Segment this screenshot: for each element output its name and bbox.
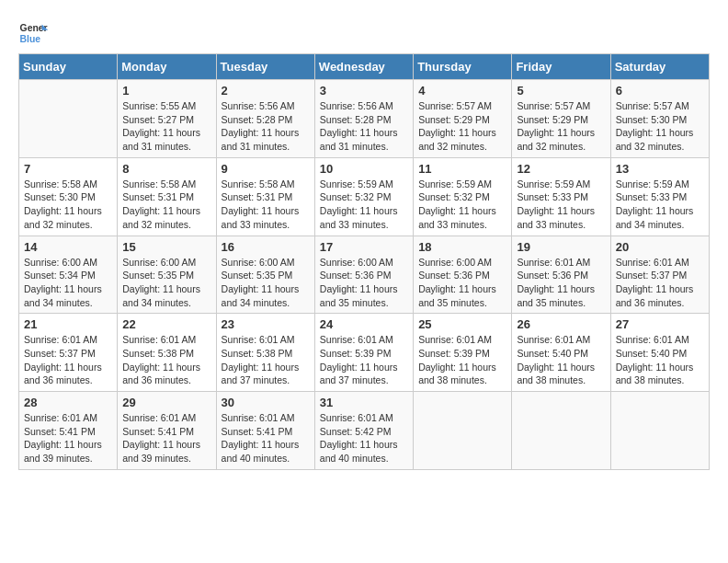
weekday-header-saturday: Saturday	[610, 54, 709, 80]
calendar-cell: 20Sunrise: 6:01 AM Sunset: 5:37 PM Dayli…	[610, 236, 709, 314]
calendar-cell: 1Sunrise: 5:55 AM Sunset: 5:27 PM Daylig…	[118, 80, 216, 158]
day-info: Sunrise: 6:01 AM Sunset: 5:39 PM Dayligh…	[418, 333, 506, 387]
calendar-cell: 28Sunrise: 6:01 AM Sunset: 5:41 PM Dayli…	[19, 392, 118, 470]
logo-icon: General Blue	[18, 18, 48, 48]
day-number: 4	[418, 84, 506, 98]
day-number: 3	[320, 84, 408, 98]
day-number: 18	[418, 240, 506, 254]
calendar-cell: 22Sunrise: 6:01 AM Sunset: 5:38 PM Dayli…	[118, 314, 216, 392]
calendar-cell: 4Sunrise: 5:57 AM Sunset: 5:29 PM Daylig…	[414, 80, 512, 158]
day-number: 16	[222, 240, 310, 254]
weekday-header-wednesday: Wednesday	[314, 54, 413, 80]
day-number: 21	[24, 317, 112, 331]
calendar-week-2: 7Sunrise: 5:58 AM Sunset: 5:30 PM Daylig…	[19, 157, 710, 236]
day-info: Sunrise: 5:59 AM Sunset: 5:33 PM Dayligh…	[616, 178, 704, 232]
svg-text:Blue: Blue	[20, 34, 41, 44]
day-info: Sunrise: 5:59 AM Sunset: 5:33 PM Dayligh…	[517, 178, 605, 232]
day-number: 15	[122, 240, 210, 254]
day-info: Sunrise: 5:58 AM Sunset: 5:30 PM Dayligh…	[24, 178, 112, 232]
calendar-cell: 29Sunrise: 6:01 AM Sunset: 5:41 PM Dayli…	[118, 392, 216, 470]
calendar-cell: 23Sunrise: 6:01 AM Sunset: 5:38 PM Dayli…	[216, 314, 314, 392]
day-info: Sunrise: 6:01 AM Sunset: 5:41 PM Dayligh…	[24, 411, 112, 465]
calendar-cell: 2Sunrise: 5:56 AM Sunset: 5:28 PM Daylig…	[216, 80, 314, 158]
day-info: Sunrise: 6:01 AM Sunset: 5:37 PM Dayligh…	[24, 333, 112, 387]
calendar-cell: 5Sunrise: 5:57 AM Sunset: 5:29 PM Daylig…	[512, 80, 610, 158]
calendar-cell: 13Sunrise: 5:59 AM Sunset: 5:33 PM Dayli…	[610, 157, 709, 236]
day-info: Sunrise: 6:00 AM Sunset: 5:35 PM Dayligh…	[222, 256, 310, 310]
weekday-header-row: SundayMondayTuesdayWednesdayThursdayFrid…	[19, 54, 710, 80]
day-info: Sunrise: 6:01 AM Sunset: 5:38 PM Dayligh…	[222, 333, 310, 387]
day-number: 12	[517, 162, 605, 176]
calendar-cell	[610, 392, 709, 470]
calendar-cell: 7Sunrise: 5:58 AM Sunset: 5:30 PM Daylig…	[19, 157, 118, 236]
calendar-cell: 19Sunrise: 6:01 AM Sunset: 5:36 PM Dayli…	[512, 236, 610, 314]
day-info: Sunrise: 6:01 AM Sunset: 5:38 PM Dayligh…	[122, 333, 210, 387]
weekday-header-friday: Friday	[512, 54, 610, 80]
day-info: Sunrise: 5:58 AM Sunset: 5:31 PM Dayligh…	[222, 178, 310, 232]
day-info: Sunrise: 6:00 AM Sunset: 5:34 PM Dayligh…	[24, 256, 112, 310]
day-info: Sunrise: 6:01 AM Sunset: 5:41 PM Dayligh…	[122, 411, 210, 465]
calendar-cell: 11Sunrise: 5:59 AM Sunset: 5:32 PM Dayli…	[414, 157, 512, 236]
day-number: 24	[320, 317, 408, 331]
day-number: 27	[616, 317, 704, 331]
calendar-cell: 18Sunrise: 6:00 AM Sunset: 5:36 PM Dayli…	[414, 236, 512, 314]
day-info: Sunrise: 5:59 AM Sunset: 5:32 PM Dayligh…	[418, 178, 506, 232]
calendar-cell	[19, 80, 118, 158]
calendar-cell: 14Sunrise: 6:00 AM Sunset: 5:34 PM Dayli…	[19, 236, 118, 314]
day-number: 7	[24, 162, 112, 176]
calendar-week-3: 14Sunrise: 6:00 AM Sunset: 5:34 PM Dayli…	[19, 236, 710, 314]
calendar-cell: 24Sunrise: 6:01 AM Sunset: 5:39 PM Dayli…	[314, 314, 413, 392]
day-number: 26	[517, 317, 605, 331]
calendar-cell: 21Sunrise: 6:01 AM Sunset: 5:37 PM Dayli…	[19, 314, 118, 392]
day-info: Sunrise: 5:59 AM Sunset: 5:32 PM Dayligh…	[320, 178, 408, 232]
day-info: Sunrise: 5:56 AM Sunset: 5:28 PM Dayligh…	[222, 99, 310, 154]
day-info: Sunrise: 5:57 AM Sunset: 5:29 PM Dayligh…	[517, 99, 605, 154]
weekday-header-monday: Monday	[118, 54, 216, 80]
page-header: General Blue	[18, 18, 710, 48]
day-info: Sunrise: 5:56 AM Sunset: 5:28 PM Dayligh…	[320, 99, 408, 154]
day-number: 1	[122, 84, 210, 98]
calendar-cell: 8Sunrise: 5:58 AM Sunset: 5:31 PM Daylig…	[118, 157, 216, 236]
calendar-week-1: 1Sunrise: 5:55 AM Sunset: 5:27 PM Daylig…	[19, 80, 710, 158]
calendar-table: SundayMondayTuesdayWednesdayThursdayFrid…	[18, 53, 710, 470]
day-info: Sunrise: 6:01 AM Sunset: 5:39 PM Dayligh…	[320, 333, 408, 387]
day-number: 5	[517, 84, 605, 98]
day-info: Sunrise: 5:58 AM Sunset: 5:31 PM Dayligh…	[122, 178, 210, 232]
day-number: 19	[517, 240, 605, 254]
calendar-cell: 12Sunrise: 5:59 AM Sunset: 5:33 PM Dayli…	[512, 157, 610, 236]
day-number: 9	[222, 162, 310, 176]
day-number: 20	[616, 240, 704, 254]
day-info: Sunrise: 6:01 AM Sunset: 5:40 PM Dayligh…	[517, 333, 605, 387]
day-info: Sunrise: 6:00 AM Sunset: 5:35 PM Dayligh…	[122, 256, 210, 310]
day-info: Sunrise: 6:01 AM Sunset: 5:42 PM Dayligh…	[320, 411, 408, 465]
day-number: 23	[222, 317, 310, 331]
day-number: 25	[418, 317, 506, 331]
calendar-cell: 30Sunrise: 6:01 AM Sunset: 5:41 PM Dayli…	[216, 392, 314, 470]
weekday-header-sunday: Sunday	[19, 54, 118, 80]
day-number: 31	[320, 396, 408, 409]
day-number: 13	[616, 162, 704, 176]
day-info: Sunrise: 6:00 AM Sunset: 5:36 PM Dayligh…	[320, 256, 408, 310]
calendar-cell: 6Sunrise: 5:57 AM Sunset: 5:30 PM Daylig…	[610, 80, 709, 158]
calendar-cell: 16Sunrise: 6:00 AM Sunset: 5:35 PM Dayli…	[216, 236, 314, 314]
day-info: Sunrise: 5:57 AM Sunset: 5:30 PM Dayligh…	[616, 99, 704, 154]
day-number: 22	[122, 317, 210, 331]
calendar-cell: 17Sunrise: 6:00 AM Sunset: 5:36 PM Dayli…	[314, 236, 413, 314]
day-number: 29	[122, 396, 210, 409]
day-info: Sunrise: 6:01 AM Sunset: 5:36 PM Dayligh…	[517, 256, 605, 310]
day-number: 10	[320, 162, 408, 176]
day-number: 11	[418, 162, 506, 176]
day-info: Sunrise: 5:57 AM Sunset: 5:29 PM Dayligh…	[418, 99, 506, 154]
calendar-cell	[512, 392, 610, 470]
calendar-cell: 25Sunrise: 6:01 AM Sunset: 5:39 PM Dayli…	[414, 314, 512, 392]
day-number: 28	[24, 396, 112, 409]
day-info: Sunrise: 6:01 AM Sunset: 5:40 PM Dayligh…	[616, 333, 704, 387]
day-number: 8	[122, 162, 210, 176]
day-number: 17	[320, 240, 408, 254]
day-info: Sunrise: 6:00 AM Sunset: 5:36 PM Dayligh…	[418, 256, 506, 310]
day-number: 2	[222, 84, 310, 98]
calendar-cell: 31Sunrise: 6:01 AM Sunset: 5:42 PM Dayli…	[314, 392, 413, 470]
calendar-cell: 9Sunrise: 5:58 AM Sunset: 5:31 PM Daylig…	[216, 157, 314, 236]
calendar-cell: 10Sunrise: 5:59 AM Sunset: 5:32 PM Dayli…	[314, 157, 413, 236]
calendar-cell: 3Sunrise: 5:56 AM Sunset: 5:28 PM Daylig…	[314, 80, 413, 158]
